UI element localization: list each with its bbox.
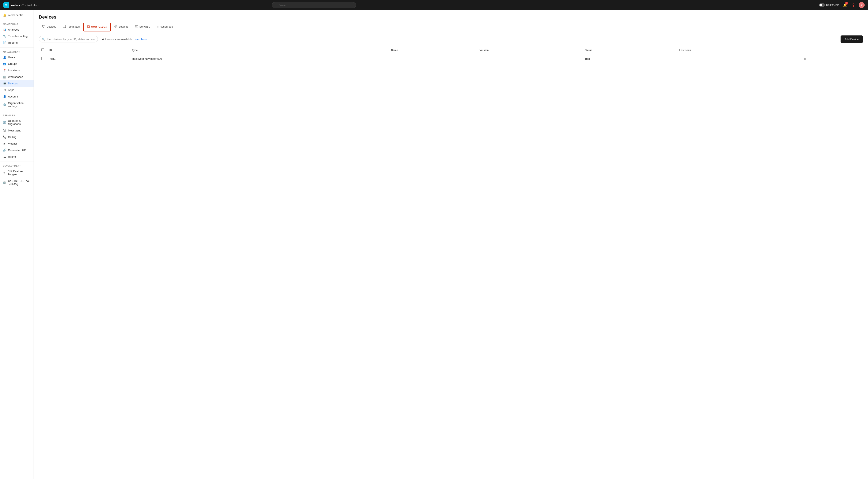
topnav-search-input[interactable]: [272, 2, 356, 8]
sidebar-item-locations[interactable]: 📍 Locations: [0, 67, 34, 74]
tab-settings-icon: [114, 25, 117, 29]
apps-icon: ⊞: [3, 88, 6, 92]
layout: 🔔 Alerts centre MONITORING 📊 Analytics 🔧…: [0, 10, 868, 479]
device-search-input[interactable]: [47, 38, 95, 41]
calling-icon: 📞: [3, 135, 6, 139]
device-search-field[interactable]: 🔍: [39, 36, 98, 42]
users-icon: 👤: [3, 56, 6, 59]
webex-logo-icon: W: [3, 2, 9, 8]
sidebar-item-users[interactable]: 👤 Users: [0, 54, 34, 61]
sidebar-item-org-settings[interactable]: ⚙️ Organisation settings: [0, 100, 34, 109]
sidebar-label-users: Users: [8, 56, 15, 59]
learn-more-link[interactable]: Learn More: [133, 38, 147, 41]
sidebar-item-groups[interactable]: 👥 Groups: [0, 61, 34, 67]
sidebar-item-apps[interactable]: ⊞ Apps: [0, 87, 34, 93]
sidebar-item-vidcast[interactable]: ▶ Vidcast: [0, 140, 34, 147]
dark-theme-switch[interactable]: [819, 3, 825, 7]
row-status: Trial: [582, 54, 677, 63]
row-last-seen: --: [677, 54, 801, 63]
sidebar-item-connected-uc[interactable]: 🔗 Connected UC: [0, 147, 34, 153]
sidebar-item-updates-migrations[interactable]: 🔄 Updates & Migrations: [0, 118, 34, 127]
tab-xod-devices-label: XOD devices: [91, 26, 107, 29]
tab-devices[interactable]: Devices: [39, 23, 60, 31]
sidebar-item-hybrid[interactable]: ☁ Hybrid: [0, 153, 34, 160]
reports-icon: 📄: [3, 41, 6, 44]
license-info: 4 Licences are available Learn More: [102, 38, 147, 41]
topnav-search-area: 🔍: [272, 2, 356, 8]
sidebar-label-apps: Apps: [8, 88, 14, 92]
vidcast-icon: ▶: [3, 142, 6, 145]
tab-resources[interactable]: ≡ Resources: [154, 23, 176, 31]
connected-uc-icon: 🔗: [3, 149, 6, 152]
tab-settings[interactable]: Settings: [111, 23, 132, 31]
table-header-status: Status: [582, 46, 677, 54]
product-name: Control Hub: [22, 3, 38, 7]
hybrid-icon: ☁: [3, 155, 6, 158]
row-checkbox[interactable]: [41, 57, 44, 60]
sidebar-label-xod-org: XoD-INT-US-Trial-Test-Org: [8, 179, 31, 186]
sidebar-label-org-settings: Organisation settings: [8, 101, 31, 108]
license-count: 4: [102, 38, 104, 41]
xod-org-icon: 🏢: [3, 181, 6, 184]
sidebar-item-troubleshooting[interactable]: 🔧 Troubleshooting: [0, 33, 34, 39]
topnav: W webex Control Hub 🔍 Dark theme 🔔 1 ❓ X: [0, 0, 868, 10]
sidebar-item-reports[interactable]: 📄 Reports: [0, 39, 34, 46]
table-header-name: Name: [389, 46, 477, 54]
tab-software[interactable]: Software: [132, 23, 153, 31]
sidebar-item-account[interactable]: 👤 Account: [0, 93, 34, 100]
sidebar-item-alerts-centre[interactable]: 🔔 Alerts centre: [0, 12, 34, 18]
row-name: [389, 54, 477, 63]
table-header-row: ID Type Name Version Status Last seen: [39, 46, 863, 54]
tab-resources-icon: ≡: [157, 25, 158, 28]
toolbar-right: Add Device: [841, 35, 863, 43]
app-name: webex: [10, 3, 20, 7]
sidebar-item-edit-feature-toggles[interactable]: ✏ Edit Feature Toggles: [0, 168, 34, 178]
sidebar-label-connected-uc: Connected UC: [8, 149, 26, 152]
sidebar-label-analytics: Analytics: [8, 28, 19, 31]
avatar[interactable]: X: [859, 2, 865, 8]
tab-templates[interactable]: Templates: [60, 23, 83, 31]
device-search-icon: 🔍: [42, 38, 45, 41]
sidebar-item-analytics[interactable]: 📊 Analytics: [0, 26, 34, 33]
sidebar-item-messaging[interactable]: 💬 Messaging: [0, 127, 34, 134]
sidebar-label-workspaces: Workspaces: [8, 75, 23, 78]
main-content: Devices Devices: [34, 10, 868, 479]
theme-toggle[interactable]: Dark theme: [819, 3, 839, 7]
sidebar-divider-1: [0, 20, 34, 20]
add-device-button[interactable]: Add Device: [841, 35, 863, 43]
tab-software-label: Software: [139, 25, 150, 28]
table-row: KIR1 RealWear Navigator 520 -- Trial -- …: [39, 54, 863, 63]
sidebar-label-account: Account: [8, 95, 18, 98]
sidebar-section-monitoring: MONITORING: [0, 21, 34, 26]
troubleshooting-icon: 🔧: [3, 35, 6, 38]
sidebar-label-messaging: Messaging: [8, 129, 21, 132]
groups-icon: 👥: [3, 62, 6, 65]
sidebar-item-workspaces[interactable]: 🏢 Workspaces: [0, 74, 34, 80]
tab-xod-devices[interactable]: XOD devices: [83, 23, 111, 31]
help-icon[interactable]: ❓: [850, 2, 856, 8]
feature-toggles-icon: ✏: [3, 171, 6, 174]
tab-software-icon: [135, 25, 138, 29]
tab-devices-icon: [42, 25, 45, 29]
sidebar-item-devices[interactable]: 💻 Devices: [0, 80, 34, 87]
notification-badge: 1: [845, 2, 848, 5]
sidebar-item-calling[interactable]: 📞 Calling: [0, 134, 34, 140]
page-header: Devices Devices: [34, 10, 868, 31]
theme-label: Dark theme: [826, 4, 839, 6]
table-header-checkbox: [39, 46, 47, 54]
sidebar-section-management: MANAGEMENT: [0, 49, 34, 54]
row-checkbox-cell: [39, 54, 47, 63]
sidebar-label-alerts-centre: Alerts centre: [8, 13, 24, 17]
sidebar-label-troubleshooting: Troubleshooting: [8, 35, 28, 38]
delete-icon[interactable]: 🗑: [803, 57, 806, 60]
devices-table: ID Type Name Version Status Last seen KI…: [39, 46, 863, 63]
table-header-actions: [801, 46, 863, 54]
sidebar-label-locations: Locations: [8, 69, 20, 72]
select-all-checkbox[interactable]: [41, 48, 44, 51]
tab-settings-label: Settings: [118, 25, 128, 28]
topnav-right: Dark theme 🔔 1 ❓ X: [819, 2, 865, 8]
svg-text:W: W: [5, 4, 7, 6]
tabs: Devices Templates: [39, 23, 863, 31]
sidebar-item-xod-org[interactable]: 🏢 XoD-INT-US-Trial-Test-Org: [0, 178, 34, 187]
messaging-icon: 💬: [3, 129, 6, 132]
